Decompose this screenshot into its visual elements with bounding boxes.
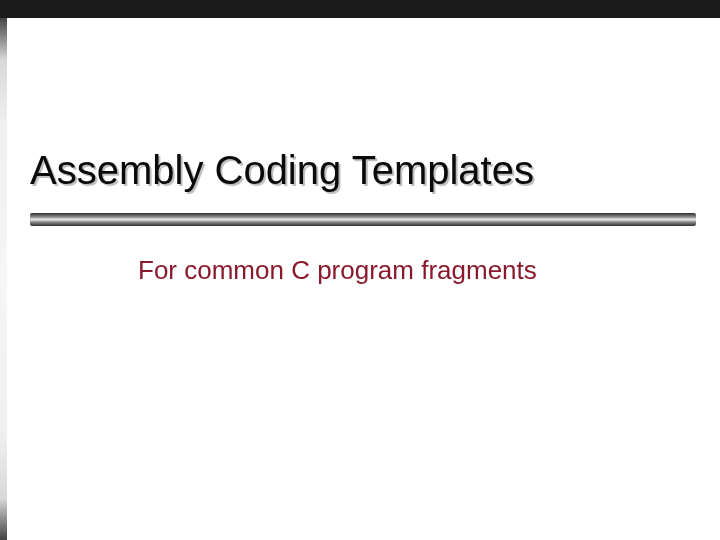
slide-title: Assembly Coding Templates bbox=[30, 148, 534, 193]
left-vertical-bar bbox=[0, 18, 7, 540]
slide-subtitle: For common C program fragments bbox=[138, 255, 537, 286]
top-band bbox=[0, 0, 720, 18]
horizontal-divider bbox=[30, 213, 696, 226]
